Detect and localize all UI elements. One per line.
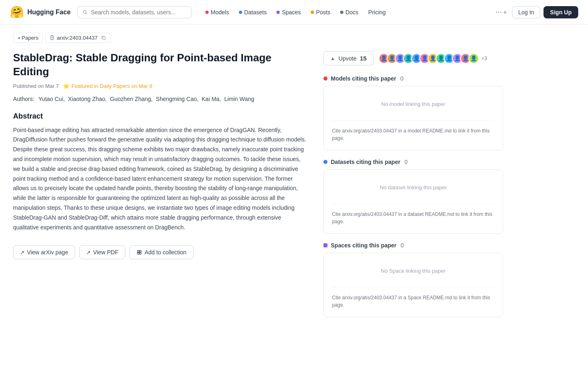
pdf-arrow-icon: ↗ [86,249,91,256]
breadcrumb: ◂ Papers arxiv:2403.04437 [0,25,588,43]
upvote-row: ▲ Upvote 15 👤 👤 👤 👤 👤 👤 👤 👤 👤 👤 👤 👤 +3 [323,51,503,65]
models-cite-card: No model linking this paper Cite arxiv.o… [323,86,503,150]
nav-docs[interactable]: Docs [336,7,363,18]
star-icon: ⭐ [63,83,69,89]
published-date: Published on Mar 7 [13,83,59,89]
nav-links: Models Datasets Spaces Posts Docs Pricin… [201,7,390,18]
spaces-cite-card: No Space linking this paper Cite arxiv.o… [323,253,503,317]
login-button[interactable]: Log In [512,6,540,18]
spaces-dot [276,11,280,14]
spaces-cite-count: 0 [401,242,404,249]
datasets-dot [323,160,327,164]
divider [332,204,494,204]
svg-point-2 [498,11,499,12]
nav-datasets[interactable]: Datasets [235,7,271,18]
datasets-cite-header: Datasets citing this paper 0 [323,159,503,165]
author-6[interactable]: Limin Wang [224,96,254,102]
breadcrumb-papers-label: Papers [22,35,38,41]
svg-rect-8 [102,37,105,40]
svg-point-4 [496,11,497,12]
svg-rect-9 [137,251,139,252]
models-cite-count: 0 [400,75,403,82]
menu-icon [495,9,502,16]
spaces-cite-section: Spaces citing this paper 0 No Space link… [323,242,503,317]
models-cite-header: Models citing this paper 0 [323,75,503,82]
svg-rect-12 [139,253,141,254]
nav-spaces[interactable]: Spaces [272,7,305,18]
author-2[interactable]: Xiaotong Zhao, [68,96,107,102]
upvote-count: 15 [360,55,367,62]
divider [332,120,494,121]
datasets-empty-text: No dataset linking this paper [332,178,494,197]
add-collection-button[interactable]: Add to collection [129,245,194,259]
spaces-empty-text: No Space linking this paper [332,261,494,280]
paper-title: StableDrag: Stable Dragging for Point-ba… [13,51,307,79]
breadcrumb-papers[interactable]: ◂ Papers [13,33,43,43]
models-empty-text: No model linking this paper [332,94,494,114]
logo[interactable]: 🤗 Hugging Face [10,5,71,19]
abstract-text: Point-based image editing has attracted … [13,126,307,233]
datasets-cite-card: No dataset linking this paper Cite arxiv… [323,169,503,234]
collection-icon [136,249,142,255]
datasets-cite-section: Datasets citing this paper 0 No dataset … [323,159,503,234]
paper-meta: Published on Mar 7 ⭐ Featured in Daily P… [13,83,307,89]
nav-datasets-label: Datasets [244,9,267,16]
datasets-dot [239,11,242,14]
author-1[interactable]: Yutao Cui, [38,96,65,102]
navbar: 🤗 Hugging Face Models Datasets Spaces Po… [0,0,588,25]
nav-models-label: Models [211,9,229,16]
nav-menu-icon[interactable]: ≡ [492,6,509,18]
action-buttons: ↗ View arXiv page ↗ View PDF Add to coll… [13,245,307,259]
models-cite-section: Models citing this paper 0 No model link… [323,75,503,150]
menu-label: ≡ [503,9,506,15]
file-icon [50,35,55,40]
nav-posts[interactable]: Posts [307,7,334,18]
models-dot [323,76,327,81]
nav-posts-label: Posts [316,9,330,16]
docs-dot [340,11,343,14]
avatar: 👤 [468,53,479,64]
svg-rect-10 [139,251,141,252]
upvote-label: Upvote [339,55,356,62]
avatar-more: +3 [481,56,487,61]
search-icon [82,9,88,15]
logo-text: Hugging Face [27,9,71,16]
nav-models[interactable]: Models [201,7,233,18]
breadcrumb-arxiv-label: arxiv:2403.04437 [57,35,98,41]
search-bar[interactable] [77,6,192,18]
svg-rect-5 [51,36,53,40]
spaces-square [323,243,327,247]
models-dot [205,11,209,14]
author-5[interactable]: Kai Ma, [202,96,221,102]
svg-line-1 [86,13,87,14]
datasets-cite-label: Datasets citing this paper [331,159,400,165]
signup-button[interactable]: Sign Up [543,6,578,18]
breadcrumb-arxiv[interactable]: arxiv:2403.04437 [45,33,111,43]
models-cite-instruction: Cite arxiv.org/abs/2403.04437 in a model… [332,127,494,142]
copy-icon[interactable] [101,35,106,40]
search-input[interactable] [91,9,186,16]
authors-label: Authors: [13,96,34,102]
nav-spaces-label: Spaces [282,9,301,16]
avatars: 👤 👤 👤 👤 👤 👤 👤 👤 👤 👤 👤 👤 +3 [379,53,487,64]
sidebar: ▲ Upvote 15 👤 👤 👤 👤 👤 👤 👤 👤 👤 👤 👤 👤 +3 [323,43,503,334]
add-collection-label: Add to collection [145,249,187,256]
nav-pricing[interactable]: Pricing [364,7,390,18]
nav-right: ≡ Log In Sign Up [492,6,578,18]
breadcrumb-back-icon: ◂ [18,35,20,40]
upvote-button[interactable]: ▲ Upvote 15 [323,51,374,65]
view-arxiv-button[interactable]: ↗ View arXiv page [13,245,75,259]
main-layout: StableDrag: Stable Dragging for Point-ba… [0,43,588,334]
arxiv-arrow-icon: ↗ [20,249,24,256]
upvote-icon: ▲ [330,56,335,61]
svg-rect-11 [137,253,139,254]
posts-dot [311,11,314,14]
spaces-cite-instruction: Cite arxiv.org/abs/2403.04437 in a Space… [332,294,494,309]
svg-point-3 [500,11,501,12]
author-4[interactable]: Shengming Cao, [156,96,198,102]
view-pdf-button[interactable]: ↗ View PDF [79,245,125,259]
datasets-cite-instruction: Cite arxiv.org/abs/2403.04437 in a datas… [332,211,494,225]
author-3[interactable]: Guozhen Zhang, [110,96,152,102]
view-arxiv-label: View arXiv page [27,249,68,256]
datasets-cite-count: 0 [404,159,408,165]
